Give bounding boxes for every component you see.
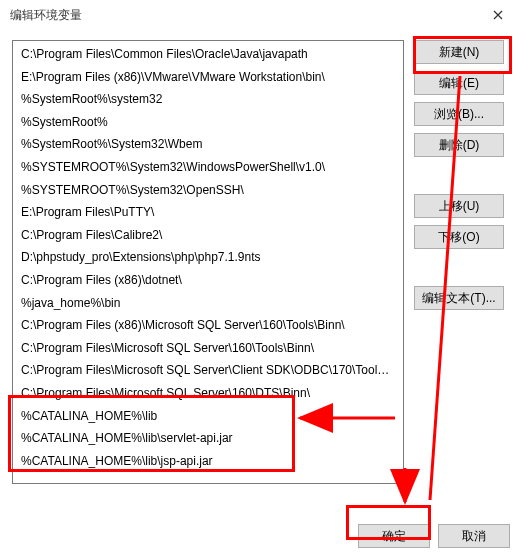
spacer bbox=[414, 256, 504, 286]
list-item[interactable]: %CATALINA_HOME%\lib bbox=[14, 405, 402, 428]
ok-button[interactable]: 确定 bbox=[358, 524, 430, 548]
cancel-button[interactable]: 取消 bbox=[438, 524, 510, 548]
titlebar: 编辑环境变量 bbox=[0, 0, 522, 30]
list-item[interactable]: C:\Program Files\Microsoft SQL Server\Cl… bbox=[14, 359, 402, 382]
list-item[interactable]: C:\Program Files\Calibre2\ bbox=[14, 224, 402, 247]
moveup-button[interactable]: 上移(U) bbox=[414, 194, 504, 218]
new-button[interactable]: 新建(N) bbox=[414, 40, 504, 64]
list-item[interactable]: C:\Program Files\Common Files\Oracle\Jav… bbox=[14, 43, 402, 66]
list-item[interactable]: C:\Program Files (x86)\dotnet\ bbox=[14, 269, 402, 292]
list-item[interactable]: %CATALINA_HOME%\lib\servlet-api.jar bbox=[14, 427, 402, 450]
button-column: 新建(N) 编辑(E) 浏览(B)... 删除(D) 上移(U) 下移(O) 编… bbox=[414, 40, 504, 484]
spacer bbox=[414, 164, 504, 194]
browse-button[interactable]: 浏览(B)... bbox=[414, 102, 504, 126]
list-item[interactable]: %SystemRoot%\System32\Wbem bbox=[14, 133, 402, 156]
edittext-button[interactable]: 编辑文本(T)... bbox=[414, 286, 504, 310]
edit-button[interactable]: 编辑(E) bbox=[414, 71, 504, 95]
list-item[interactable]: D:\phpstudy_pro\Extensions\php\php7.1.9n… bbox=[14, 246, 402, 269]
list-item[interactable]: E:\Program Files\PuTTY\ bbox=[14, 201, 402, 224]
delete-button[interactable]: 删除(D) bbox=[414, 133, 504, 157]
list-item[interactable]: %SystemRoot%\system32 bbox=[14, 88, 402, 111]
path-listbox[interactable]: C:\Program Files\Common Files\Oracle\Jav… bbox=[12, 40, 404, 484]
list-item[interactable]: C:\Program Files (x86)\Microsoft SQL Ser… bbox=[14, 314, 402, 337]
list-item[interactable]: E:\Program Files (x86)\VMware\VMware Wor… bbox=[14, 66, 402, 89]
list-item[interactable]: C:\Program Files\Microsoft SQL Server\16… bbox=[14, 382, 402, 405]
window-title: 编辑环境变量 bbox=[10, 7, 478, 24]
close-button[interactable] bbox=[478, 1, 518, 29]
close-icon bbox=[493, 10, 503, 20]
movedown-button[interactable]: 下移(O) bbox=[414, 225, 504, 249]
list-item[interactable]: %CATALINA_HOME%\lib\jsp-api.jar bbox=[14, 450, 402, 473]
dialog-footer: 确定 取消 bbox=[358, 524, 510, 548]
list-item[interactable]: %java_home%\bin bbox=[14, 292, 402, 315]
list-item[interactable]: %SYSTEMROOT%\System32\WindowsPowerShell\… bbox=[14, 156, 402, 179]
list-item[interactable]: %SYSTEMROOT%\System32\OpenSSH\ bbox=[14, 179, 402, 202]
dialog-content: C:\Program Files\Common Files\Oracle\Jav… bbox=[0, 30, 522, 484]
list-item[interactable]: %SystemRoot% bbox=[14, 111, 402, 134]
list-item[interactable]: C:\Program Files\Microsoft SQL Server\16… bbox=[14, 337, 402, 360]
